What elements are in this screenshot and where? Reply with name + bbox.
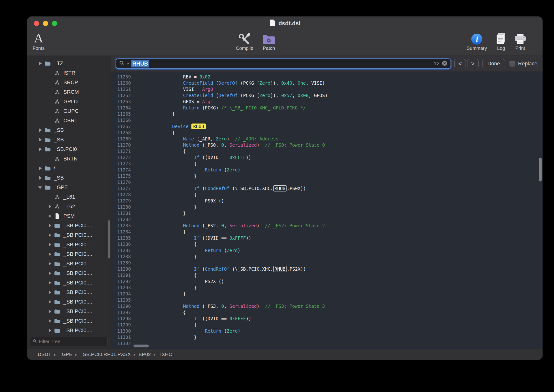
toolbar: A Fonts Compile [27, 30, 543, 56]
disclosure-triangle-icon[interactable] [48, 224, 52, 228]
tree-item[interactable]: GPLD [27, 97, 111, 106]
disclosure-triangle-icon[interactable] [48, 300, 52, 304]
tree-item[interactable]: _SB.PCI0.... [27, 249, 111, 259]
editor-horizontal-scrollbar-thumb[interactable] [133, 344, 149, 347]
tree-item[interactable]: _SB.PCI0.... [27, 278, 111, 287]
breadcrumb-item[interactable]: TXHC [159, 351, 172, 357]
done-button[interactable]: Done [483, 59, 505, 68]
method-icon [54, 80, 61, 85]
disclosure-triangle-icon[interactable] [48, 319, 52, 323]
tree-item[interactable]: _SB.PCI0.... [27, 230, 111, 240]
tree-item[interactable]: _SB.PCI0.... [27, 268, 111, 278]
sidebar-scrollbar-thumb[interactable] [108, 220, 110, 259]
tree-item[interactable]: _SB.PCI0.... [27, 221, 111, 230]
tree-item[interactable]: ISTR [27, 68, 111, 78]
breadcrumb-item[interactable]: _SB.PCI0.RP01.PXSX [80, 351, 131, 357]
tree-item[interactable]: _TZ [27, 59, 111, 68]
tree-item[interactable]: PSM [27, 211, 111, 221]
close-button[interactable] [34, 21, 39, 26]
disclosure-triangle-icon[interactable] [48, 214, 52, 218]
zoom-button[interactable] [52, 21, 57, 26]
method-icon [54, 108, 61, 114]
clear-search-icon[interactable] [442, 60, 448, 67]
tree-item[interactable]: _L61 [27, 192, 111, 202]
tree-item[interactable]: BRTN [27, 154, 111, 164]
tree-item-label: GUPC [63, 108, 79, 114]
tree-item[interactable]: _SB.PCI0.... [27, 259, 111, 268]
tree-item-label: _SB.PCI0.... [63, 223, 92, 229]
replace-checkbox[interactable] [509, 61, 516, 67]
tree-item[interactable]: _SB.PCI0.... [27, 316, 111, 326]
disclosure-triangle-icon[interactable] [48, 328, 52, 333]
disclosure-triangle-icon[interactable] [48, 252, 52, 256]
other-match-outline: RHUB [273, 266, 287, 272]
line-number: 11301 [111, 334, 135, 340]
disclosure-triangle-icon[interactable] [48, 281, 52, 285]
summary-button[interactable]: i Summary [465, 31, 489, 51]
code-line: 11282 [111, 216, 543, 223]
code-line: 11285 If ((DVID == 0xFFFF)) [111, 235, 543, 241]
disclosure-triangle-icon[interactable] [38, 176, 42, 180]
disclosure-triangle-icon[interactable] [38, 61, 42, 66]
disclosure-triangle-icon[interactable] [38, 185, 42, 189]
line-number: 11266 [111, 117, 135, 123]
tree-item[interactable]: CBRT [27, 116, 111, 126]
tree-item[interactable]: _L62 [27, 202, 111, 211]
disclosure-triangle-icon[interactable] [38, 166, 42, 170]
code-editor[interactable]: 11259 REV = 0x0211260 CreateField (Deref… [111, 72, 543, 349]
code-line: 11276 [111, 179, 543, 185]
print-button[interactable]: Print [511, 31, 529, 51]
code-text: { [135, 241, 197, 247]
maciasl-window: dsdt.dsl A Fonts [27, 16, 543, 360]
log-button[interactable]: Log [492, 31, 510, 51]
find-previous-button[interactable]: < [454, 59, 466, 68]
disclosure-triangle-icon[interactable] [48, 243, 52, 247]
code-text: Return (Zero) [135, 167, 240, 173]
tree-item[interactable]: _SB.PCI0.... [27, 307, 111, 316]
breadcrumb-item[interactable]: DSDT [38, 351, 51, 357]
code-line: 11302 [111, 340, 543, 346]
fonts-button[interactable]: A Fonts [29, 31, 48, 51]
tree-item[interactable]: _SB.PCI0 [27, 145, 111, 154]
line-number: 11291 [111, 272, 135, 278]
breadcrumb-item[interactable]: EP02 [138, 351, 151, 357]
disclosure-triangle-icon[interactable] [48, 290, 52, 294]
code-line: 11298 If ((DVID == 0xFFFF)) [111, 315, 543, 322]
code-line: 11291 { [111, 272, 543, 278]
disclosure-triangle-icon[interactable] [48, 271, 52, 275]
tree-item[interactable]: _SB.PCI0.... [27, 297, 111, 307]
search-menu-chevron-icon[interactable] [127, 62, 129, 66]
line-number: 11281 [111, 210, 135, 216]
titlebar[interactable]: dsdt.dsl [27, 16, 543, 30]
disclosure-triangle-icon[interactable] [48, 204, 52, 209]
tree-item[interactable]: GUPC [27, 106, 111, 116]
disclosure-triangle-icon[interactable] [38, 147, 42, 151]
folder-icon [54, 233, 61, 238]
tree-item[interactable]: _SB [27, 173, 111, 183]
tree-item[interactable]: _GPE [27, 183, 111, 192]
disclosure-triangle-icon[interactable] [38, 138, 42, 142]
patch-button[interactable]: Patch [259, 31, 279, 51]
disclosure-triangle-icon[interactable] [38, 128, 42, 132]
disclosure-triangle-icon[interactable] [48, 309, 52, 314]
tree-item[interactable]: SRCP [27, 78, 111, 87]
tree-item[interactable]: SRCM [27, 87, 111, 97]
disclosure-triangle-icon[interactable] [48, 233, 52, 237]
minimize-button[interactable] [43, 21, 48, 26]
line-number: 11270 [111, 142, 135, 148]
disclosure-triangle-icon[interactable] [48, 262, 52, 266]
tree-item[interactable]: _SB.PCI0.... [27, 240, 111, 249]
search-field[interactable]: RHUB 12 [116, 59, 450, 69]
tree-item[interactable]: _SB [27, 126, 111, 135]
compile-button[interactable]: Compile [232, 31, 257, 51]
search-query-text[interactable]: RHUB [131, 60, 149, 68]
breadcrumb-item[interactable]: _GPE [59, 351, 72, 357]
tree-item[interactable]: _SB.PCI0.... [27, 287, 111, 297]
log-icon [495, 31, 507, 45]
tree-item[interactable]: _SB [27, 135, 111, 145]
tree-item[interactable]: _SB.PCI0.... [27, 326, 111, 335]
filter-tree-field[interactable]: Filter Tree [30, 337, 108, 346]
find-next-button[interactable]: > [467, 59, 479, 68]
editor-vertical-scrollbar-thumb[interactable] [539, 158, 542, 182]
tree-item[interactable]: \ [27, 164, 111, 173]
